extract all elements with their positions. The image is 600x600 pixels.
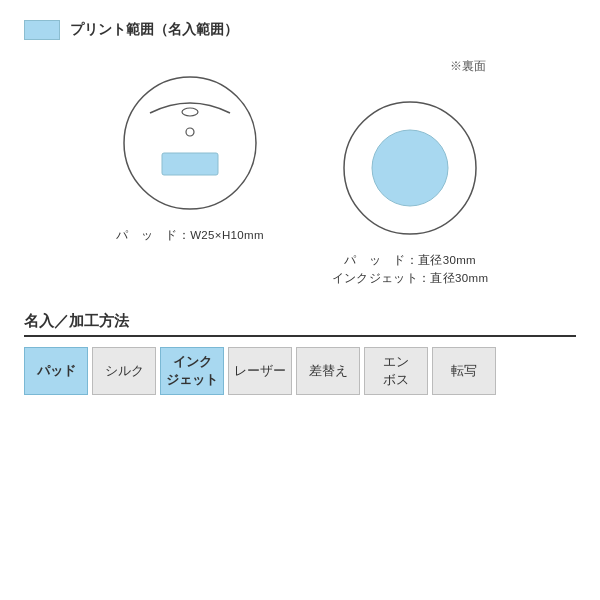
method-btn-emboss[interactable]: エンボス <box>364 347 428 395</box>
legend-label: プリント範囲（名入範囲） <box>70 21 238 39</box>
method-buttons: パッド シルク インクジェット レーザー 差替え エンボス 転写 <box>24 347 576 395</box>
method-btn-silk[interactable]: シルク <box>92 347 156 395</box>
method-btn-inkjet[interactable]: インクジェット <box>160 347 224 395</box>
back-svg <box>330 83 490 243</box>
svg-point-2 <box>186 128 194 136</box>
svg-point-0 <box>124 77 256 209</box>
method-btn-pad[interactable]: パッド <box>24 347 88 395</box>
diagrams-row: パ ッ ド：W25×H10mm ※裏面 パ ッ ド：直径30mm インクジェット… <box>24 58 576 288</box>
svg-point-5 <box>372 130 448 206</box>
front-diagram-desc: パ ッ ド：W25×H10mm <box>116 226 264 244</box>
front-svg <box>110 58 270 218</box>
legend-color-box <box>24 20 60 40</box>
legend-row: プリント範囲（名入範囲） <box>24 20 576 40</box>
page: プリント範囲（名入範囲） パ ッ ド：W25×H10mm <box>0 0 600 600</box>
back-label-top: ※裏面 <box>450 58 486 75</box>
back-device <box>330 83 490 243</box>
svg-rect-3 <box>162 153 218 175</box>
back-diagram-desc: パ ッ ド：直径30mm インクジェット：直径30mm <box>332 251 489 288</box>
method-btn-tensha[interactable]: 転写 <box>432 347 496 395</box>
method-btn-sagikae[interactable]: 差替え <box>296 347 360 395</box>
back-diagram-container: ※裏面 パ ッ ド：直径30mm インクジェット：直径30mm <box>330 58 490 288</box>
svg-point-1 <box>182 108 198 116</box>
front-device <box>110 58 270 218</box>
section-title: 名入／加工方法 <box>24 312 576 337</box>
method-btn-laser[interactable]: レーザー <box>228 347 292 395</box>
front-diagram-container: パ ッ ド：W25×H10mm <box>110 58 270 244</box>
